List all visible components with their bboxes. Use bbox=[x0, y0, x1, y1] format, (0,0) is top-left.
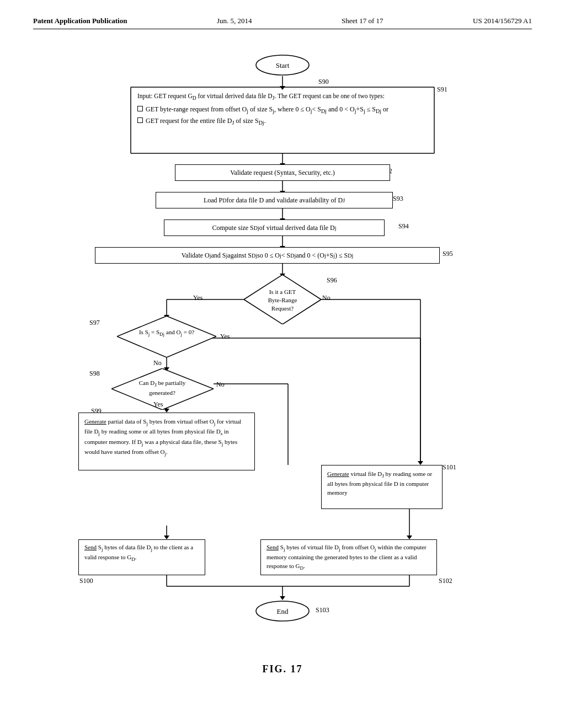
step-s95-label: S95 bbox=[443, 250, 453, 258]
step-s99-box: Generate partial data of Sj bytes from v… bbox=[78, 413, 255, 470]
header-date: Jun. 5, 2014 bbox=[217, 17, 252, 25]
step-s100-box: Send Sj bytes of data file Dj to the cli… bbox=[78, 539, 205, 575]
yes-s98-label: Yes bbox=[153, 400, 163, 409]
svg-marker-38 bbox=[280, 596, 285, 600]
step-s93-box: Load PD for data file D and validate ava… bbox=[156, 192, 393, 208]
step-s100-label: S100 bbox=[79, 577, 93, 585]
svg-text:Start: Start bbox=[276, 61, 290, 69]
figure-caption: FIG. 17 bbox=[33, 663, 532, 675]
header-patent-number: US 2014/156729 A1 bbox=[473, 17, 532, 25]
svg-text:Is it a GET: Is it a GET bbox=[269, 288, 296, 295]
step-s94-box: Compute size SDj of virtual derived data… bbox=[164, 220, 385, 236]
step-s98-label: S98 bbox=[89, 370, 100, 378]
no-s96-label: No bbox=[322, 294, 331, 302]
step-s91-label: S91 bbox=[437, 85, 447, 94]
step-s103-label: S103 bbox=[316, 606, 329, 614]
end-node: End bbox=[255, 600, 310, 622]
step-s94-label: S94 bbox=[398, 222, 409, 231]
step-s101-box: Generate virtual file DJ by reading some… bbox=[321, 465, 443, 509]
step-s102-label: S102 bbox=[439, 577, 452, 585]
header-publication-label: Patent Application Publication bbox=[33, 17, 127, 25]
svg-text:End: End bbox=[277, 607, 289, 615]
step-s96-label: S96 bbox=[327, 276, 337, 285]
yes-s96-label: Yes bbox=[193, 294, 202, 302]
svg-text:generated?: generated? bbox=[149, 389, 175, 396]
start-node: Start bbox=[255, 54, 310, 76]
step-s97-label: S97 bbox=[89, 319, 100, 327]
step-s90-label: S90 bbox=[318, 78, 329, 86]
yes-s97-label: Yes bbox=[220, 333, 230, 341]
step-s97-diamond: Is Sj = SDj and Oj = 0? bbox=[117, 316, 216, 357]
svg-marker-49 bbox=[117, 316, 216, 357]
page: Patent Application Publication Jun. 5, 2… bbox=[0, 0, 565, 728]
svg-marker-30 bbox=[164, 536, 169, 539]
step-s102-box: Send Sj bytes of virtual file Dj from of… bbox=[260, 539, 437, 575]
svg-text:Byte-Range: Byte-Range bbox=[268, 297, 297, 303]
no-s97-label: No bbox=[153, 359, 162, 367]
step-s93-label: S93 bbox=[393, 195, 403, 203]
svg-text:Request?: Request? bbox=[271, 305, 294, 312]
page-header: Patent Application Publication Jun. 5, 2… bbox=[33, 17, 532, 29]
step-s91-box: Input: GET request GD for virtual derive… bbox=[131, 87, 434, 153]
svg-marker-17 bbox=[418, 461, 423, 465]
no-s98-label: No bbox=[216, 381, 225, 389]
flowchart: Start S90 S91 Input: GET request GD for … bbox=[45, 46, 520, 652]
step-s101-label: S101 bbox=[443, 463, 456, 472]
step-s92-box: Validate request (Syntax, Security, etc.… bbox=[175, 164, 390, 181]
step-s96-diamond: Is it a GET Byte-Range Request? bbox=[244, 275, 321, 324]
svg-marker-32 bbox=[407, 536, 412, 539]
header-sheet: Sheet 17 of 17 bbox=[342, 17, 383, 25]
step-s95-box: Validate Oj and Sj against SDj so 0 ≤ Oj… bbox=[95, 247, 440, 264]
